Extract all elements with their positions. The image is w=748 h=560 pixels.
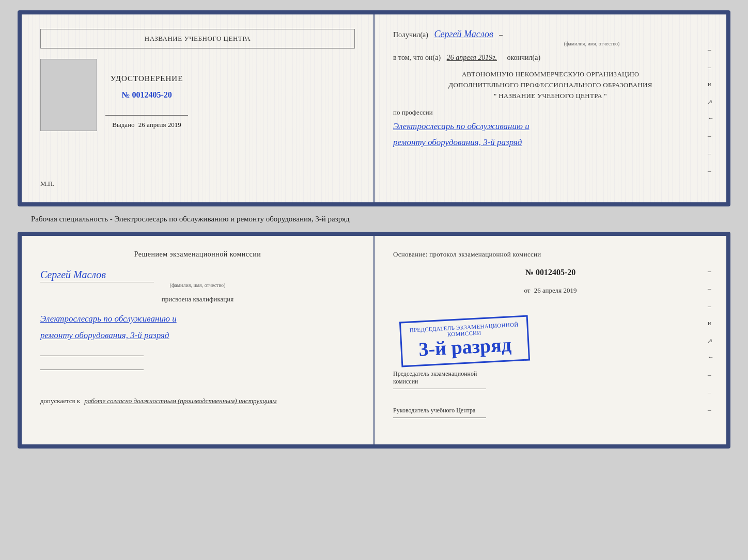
dopusk-label: допускается к	[40, 397, 80, 405]
osnovanie-text: Основание: протокол экзаменационной коми…	[393, 250, 708, 259]
vydano-date-value: 26 апреля 2019	[138, 121, 181, 129]
po-professii-label: по профессии	[393, 108, 708, 117]
vtom-section: в том, что он(а) 26 апреля 2019г. окончи…	[393, 54, 708, 62]
ot-date: от 26 апреля 2019	[393, 286, 708, 295]
qual-name-section: Сергей Маслов (фамилия, имя, отчество)	[40, 266, 355, 288]
udostoverenie-section: УДОСТОВЕРЕНИЕ № 0012405-20 Выдано 26 апр…	[105, 59, 188, 129]
cert1-right-panel: Получил(а) Сергей Маслов – (фамилия, имя…	[375, 14, 726, 202]
predsedatel-area: Председатель экзаменационной комиссии	[393, 366, 708, 389]
vydano-section: Выдано 26 апреля 2019	[112, 121, 181, 129]
stamp-big-text: 3-й разряд	[410, 333, 520, 361]
received-section: Получил(а) Сергей Маслов – (фамилия, имя…	[393, 29, 708, 46]
received-label: Получил(а)	[393, 31, 428, 39]
vtom-prefix: в том, что он(а)	[393, 54, 441, 61]
vydano-label: Выдано	[112, 121, 134, 129]
ot-date-value: 26 апреля 2019	[534, 286, 577, 294]
cert1-left-panel: НАЗВАНИЕ УЧЕБНОГО ЦЕНТРА УДОСТОВЕРЕНИЕ №…	[22, 14, 375, 202]
org-text: АВТОНОМНУЮ НЕКОММЕРЧЕСКУЮ ОРГАНИЗАЦИЮ ДО…	[393, 69, 708, 101]
cert2-right-panel: Основание: протокол экзаменационной коми…	[375, 236, 726, 444]
center-name-box: НАЗВАНИЕ УЧЕБНОГО ЦЕНТРА	[40, 29, 355, 49]
photo-placeholder	[40, 59, 97, 131]
cert2-left-panel: Решением экзаменационной комиссии Сергей…	[22, 236, 375, 444]
prisvoena-text: присвоена квалификация	[40, 295, 355, 303]
resheniem-title: Решением экзаменационной комиссии	[40, 250, 355, 259]
certificate-1: НАЗВАНИЕ УЧЕБНОГО ЦЕНТРА УДОСТОВЕРЕНИЕ №…	[18, 10, 730, 206]
qual-name: Сергей Маслов	[40, 269, 355, 281]
profession-line2: ремонту оборудования, 3-й разряд	[393, 135, 708, 151]
stamp-box: Председатель экзаменационной комиссии 3-…	[399, 315, 530, 367]
qual-fio-label: (фамилия, имя, отчество)	[40, 282, 355, 288]
predsedatel-text: Председатель экзаменационной комиссии	[393, 370, 708, 386]
dash-after-name: –	[499, 31, 503, 39]
profession-section: по профессии Электрослесарь по обслужива…	[393, 108, 708, 150]
udostoverenie-title: УДОСТОВЕРЕНИЕ	[111, 74, 183, 83]
profession-line1: Электрослесарь по обслуживанию и	[393, 119, 708, 135]
fio-label-cert1: (фамилия, имя, отчество)	[476, 41, 708, 46]
mp-label: М.П.	[40, 180, 54, 188]
cert1-middle: УДОСТОВЕРЕНИЕ № 0012405-20 Выдано 26 апр…	[40, 59, 355, 131]
side-dashes-cert2: ––– и ,а ← –––	[708, 267, 714, 414]
protocol-number: № 0012405-20	[393, 268, 708, 277]
certificate-2: Решением экзаменационной комиссии Сергей…	[18, 232, 730, 449]
dopusk-text: работе согласно должностным (производств…	[84, 397, 276, 405]
vtom-date: 26 апреля 2019г.	[447, 54, 497, 61]
qual-profession-line2: ремонту оборудования, 3-й разряд	[40, 327, 355, 344]
ot-label: от	[524, 286, 530, 294]
rukovoditel-area: Руководитель учебного Центра	[393, 398, 708, 418]
dopuskaetsya-section: допускается к работе согласно должностны…	[40, 386, 355, 405]
udostoverenie-number: № 0012405-20	[121, 90, 172, 100]
okончил: окончил(а)	[507, 54, 540, 61]
qual-profession-line1: Электрослесарь по обслуживанию и	[40, 311, 355, 327]
rukovoditel-text: Руководитель учебного Центра	[393, 407, 708, 414]
qual-profession: Электрослесарь по обслуживанию и ремонту…	[40, 311, 355, 344]
received-name: Сергей Маслов	[434, 29, 493, 39]
side-dashes-cert1: –– и ,а ← –––	[708, 45, 714, 175]
caption-text: Рабочая специальность - Электрослесарь п…	[10, 215, 723, 223]
